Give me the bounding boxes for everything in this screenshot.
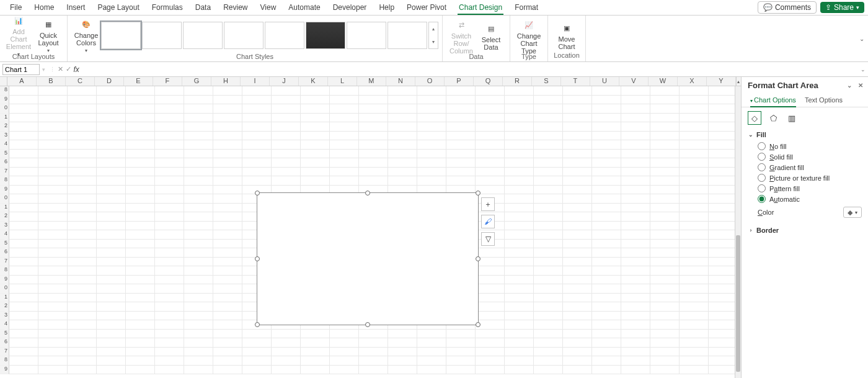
cell[interactable] [242,122,272,132]
cell[interactable] [417,140,446,150]
cell[interactable] [272,168,301,177]
cell[interactable] [621,176,650,186]
cell[interactable] [68,186,97,195]
cell[interactable] [650,96,680,105]
cell[interactable] [592,186,621,195]
cell[interactable] [184,284,213,294]
cell[interactable] [650,302,680,312]
column-header[interactable]: Q [474,77,503,86]
cell[interactable] [184,248,213,258]
cell[interactable] [68,132,97,141]
cell[interactable] [184,258,213,267]
cell[interactable] [9,212,38,222]
cell[interactable] [155,294,184,303]
cell[interactable] [476,302,505,312]
cell[interactable] [301,366,330,375]
cell[interactable] [38,248,68,258]
cell[interactable] [621,132,650,141]
cell[interactable] [417,96,446,105]
cell[interactable] [126,284,155,294]
cell[interactable] [534,132,563,141]
cell[interactable] [68,212,97,222]
cell[interactable] [126,194,155,204]
cell[interactable] [38,168,68,177]
formula-input[interactable] [82,64,858,75]
cell[interactable] [709,140,738,150]
chart-styles-more[interactable]: ▴▾ [428,22,438,49]
cell[interactable] [68,258,97,267]
cell[interactable] [68,366,97,375]
cell[interactable] [446,104,476,114]
cell[interactable] [680,86,709,96]
cell[interactable] [68,338,97,348]
cell[interactable] [97,348,126,357]
cell[interactable] [9,222,38,231]
cell[interactable] [97,212,126,222]
cell[interactable] [592,222,621,231]
cell[interactable] [184,294,213,303]
column-header[interactable]: R [503,77,532,86]
cell[interactable] [534,276,563,285]
cell[interactable] [184,86,213,96]
cell[interactable] [155,330,184,339]
cell[interactable] [680,158,709,168]
cell[interactable] [650,276,680,285]
cell[interactable] [126,104,155,114]
cell[interactable] [650,330,680,339]
cell[interactable] [68,276,97,285]
cell[interactable] [388,132,417,141]
formula-bar-expand-icon[interactable]: ⌄ [861,66,866,73]
cell[interactable] [592,294,621,303]
cell[interactable] [534,284,563,294]
cell[interactable] [534,176,563,186]
cell[interactable] [505,140,534,150]
row-header[interactable]: 7 [0,348,9,357]
cell[interactable] [155,204,184,213]
cell[interactable] [592,240,621,249]
cell[interactable] [330,104,359,114]
cell[interactable] [272,122,301,132]
cell[interactable] [534,122,563,132]
cell[interactable] [534,212,563,222]
cell[interactable] [505,212,534,222]
cell[interactable] [97,194,126,204]
row-header[interactable]: 5 [0,150,9,159]
cell[interactable] [476,266,505,276]
cell[interactable] [650,356,680,366]
cell[interactable] [184,114,213,123]
row-header[interactable]: 3 [0,132,9,141]
cell[interactable] [505,176,534,186]
cell[interactable] [592,312,621,321]
cell[interactable] [184,240,213,249]
cell[interactable] [184,168,213,177]
cell[interactable] [534,114,563,123]
cell[interactable] [213,104,242,114]
column-header[interactable]: T [561,77,590,86]
cell[interactable] [650,204,680,213]
cell[interactable] [38,258,68,267]
row-header[interactable]: 3 [0,222,9,231]
cell[interactable] [97,150,126,159]
cell[interactable] [126,132,155,141]
cell[interactable] [505,258,534,267]
cell[interactable] [621,140,650,150]
cell[interactable] [621,302,650,312]
cell[interactable] [68,204,97,213]
cell[interactable] [213,212,242,222]
cell[interactable] [534,294,563,303]
cell[interactable] [68,104,97,114]
row-header[interactable]: 9 [0,96,9,105]
cell[interactable] [476,86,505,96]
cell[interactable] [97,294,126,303]
cell[interactable] [184,150,213,159]
cell[interactable] [709,212,738,222]
cell[interactable] [97,222,126,231]
tab-help[interactable]: Help [373,1,401,14]
cell[interactable] [126,96,155,105]
chart-object[interactable] [257,192,479,325]
cell[interactable] [68,222,97,231]
cell[interactable] [68,284,97,294]
cell[interactable] [592,204,621,213]
cell[interactable] [505,96,534,105]
cell[interactable] [621,240,650,249]
